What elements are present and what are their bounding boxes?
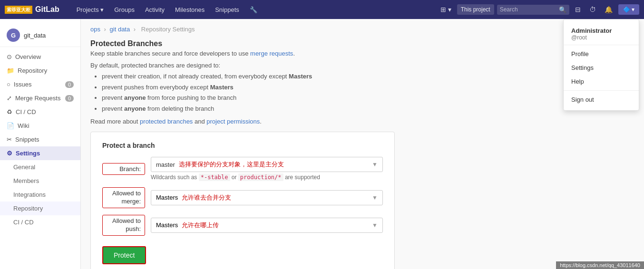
gitlab-label: GitLab [35,5,59,14]
sidebar: G git_data ⊙ Overview 📁 Repository ○ Iss… [0,19,81,269]
description-intro: By default, protected branches are desig… [90,62,634,69]
nav-projects[interactable]: Projects ▾ [72,3,109,16]
sidebar-label-general: General [13,163,35,171]
sidebar-label-sub-cicd: CI / CD [13,219,34,226]
sidebar-item-settings[interactable]: ⚙ Settings [0,146,80,160]
push-row: Allowed topush: Masters 允许在哪上传 ▼ [102,215,383,236]
sidebar-sub-repository[interactable]: Repository [0,202,80,215]
card-title: Protect a branch [102,142,383,149]
nav-milestones[interactable]: Milestones [170,3,209,16]
wiki-icon: 📄 [7,122,14,129]
admin-name: Administrator [571,27,631,34]
logo-box: 索菲亚大柜 [5,6,32,14]
plus-icon-btn[interactable]: ⊞ ▾ [438,4,454,15]
branch-chinese-text: 选择要保护的分支对象，这里是主分支 [179,160,284,169]
sidebar-item-snippets[interactable]: ✂ Snippets [0,133,80,146]
dropdown-help[interactable]: Help [564,75,639,88]
section-title: Protected Branches [90,39,295,48]
merge-requests-link[interactable]: merge requests [250,50,293,57]
sidebar-toggle-btn[interactable]: ⊟ [572,4,584,15]
sidebar-label-issues: Issues [14,81,32,88]
dropdown-divider [564,90,639,91]
issues-badge: 0 [65,81,74,88]
push-chinese-text: 允许在哪上传 [182,221,219,230]
this-project-btn[interactable]: This project [457,4,494,15]
navbar-right: ⊞ ▾ This project 🔍 ⊟ ⏱ 🔔 🔷 ▾ [438,4,639,15]
sidebar-item-wiki[interactable]: 📄 Wiki [0,119,80,133]
merge-row: Allowed tomerge: Masters 允许谁去合并分支 ▼ [102,187,383,208]
sidebar-sub-cicd[interactable]: CI / CD [0,215,80,229]
clock-icon-btn[interactable]: ⏱ [586,4,599,15]
sidebar-label-snippets: Snippets [15,136,39,143]
push-control: Masters 允许在哪上传 ▼ [151,218,383,233]
user-menu-btn[interactable]: 🔷 ▾ [618,4,639,15]
nav-groups[interactable]: Groups [109,3,139,16]
dropdown-profile[interactable]: Profile [564,47,639,61]
main-content: ops › git data › Repository Settings Pro… [81,19,644,269]
wildcard-hint: Wildcards such as *-stable or production… [151,174,383,181]
sidebar-label-integrations: Integrations [13,191,46,198]
push-masters-text: Masters [156,221,178,229]
dropdown-header: Administrator @root [564,23,639,45]
wildcard-code1: *-stable [199,173,230,181]
breadcrumb-git-data[interactable]: git data [110,26,130,33]
search-icon: 🔍 [559,6,566,13]
cicd-icon: ♻ [7,108,12,115]
push-arrow: ▼ [372,222,378,229]
protect-button[interactable]: Protect [102,246,146,264]
bullet-4: prevent anyone from deleting the branch [102,104,634,114]
nav-activity[interactable]: Activity [140,3,169,16]
dropdown-signout[interactable]: Sign out [564,93,639,106]
footer-url: https://blog.csdn.net/qq_43011640 [556,261,644,269]
sidebar-item-repository[interactable]: 📁 Repository [0,64,80,77]
sidebar-label-overview: Overview [15,53,41,60]
snippets-icon: ✂ [7,136,12,143]
navbar-brand: 索菲亚大柜 GitLab [5,5,67,14]
section-titles: Protected Branches Keep stable branches … [90,39,295,57]
push-value-display[interactable]: Masters 允许在哪上传 ▼ [151,218,383,233]
bullet-1: prevent their creation, if not already c… [102,72,634,81]
sidebar-nav: ⊙ Overview 📁 Repository ○ Issues 0 [0,50,80,229]
sidebar-sub-integrations[interactable]: Integrations [0,188,80,202]
section-header: Protected Branches Keep stable branches … [90,39,634,57]
user-dropdown: Administrator @root Profile Settings Hel… [563,19,639,111]
merge-badge: 0 [65,95,74,102]
sidebar-label-merge: Merge Requests [15,95,60,102]
nav-wrench[interactable]: 🔧 [245,3,262,16]
search-wrap: 🔍 [497,5,569,15]
protected-branches-link[interactable]: protected branches [140,118,193,125]
dropdown-settings[interactable]: Settings [564,61,639,75]
branch-value-display[interactable]: master 选择要保护的分支对象，这里是主分支 ▼ [151,157,383,172]
bullet-2: prevent pushes from everybody except Mas… [102,83,634,92]
sidebar-sub-general[interactable]: General [0,160,80,174]
sidebar-item-issues[interactable]: ○ Issues 0 [0,77,80,91]
sidebar-item-overview[interactable]: ⊙ Overview [0,50,80,64]
protect-card: Protect a branch Branch: master 选择要保护的分支… [90,132,395,269]
sidebar-item-merge-requests[interactable]: ⤢ Merge Requests 0 [0,91,80,105]
branch-arrow: ▼ [372,161,378,168]
breadcrumb-ops[interactable]: ops [90,26,100,33]
sidebar-label-wiki: Wiki [18,122,29,129]
project-permissions-link[interactable]: project permissions [206,118,260,125]
merge-icon: ⤢ [7,95,12,102]
breadcrumb-current: Repository Settings [141,26,195,33]
merge-chinese-text: 允许谁去合并分支 [182,193,231,202]
nav-snippets[interactable]: Snippets [210,3,244,16]
sidebar-label-cicd: CI / CD [16,108,36,115]
admin-username: @root [571,34,631,41]
bell-icon-btn[interactable]: 🔔 [602,4,615,15]
branch-row: Branch: master 选择要保护的分支对象，这里是主分支 ▼ Wildc… [102,157,383,181]
breadcrumb-sep2: › [134,26,136,33]
merge-value-display[interactable]: Masters 允许谁去合并分支 ▼ [151,190,383,205]
sidebar-item-cicd[interactable]: ♻ CI / CD [0,105,80,119]
search-input[interactable] [500,6,557,13]
sidebar-user: G git_data [0,24,80,47]
layout: G git_data ⊙ Overview 📁 Repository ○ Iss… [0,19,644,269]
avatar: G [7,29,20,42]
navbar-nav: Projects ▾ Groups Activity Milestones Sn… [72,3,262,16]
merge-arrow: ▼ [372,194,378,201]
merge-masters-text: Masters [156,194,178,201]
bullet-3: prevent anyone from force pushing to the… [102,93,634,103]
sidebar-sub-members[interactable]: Members [0,174,80,188]
sidebar-label-repository: Repository [18,67,47,74]
